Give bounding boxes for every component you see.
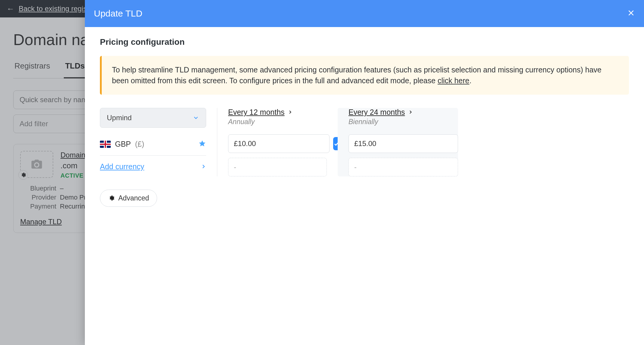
currency-row[interactable]: GBP(£) — [100, 139, 206, 156]
chevron-down-icon — [193, 114, 199, 121]
gear-icon — [108, 195, 115, 201]
pricing-grid: Upmind GBP(£) Add currency — [100, 108, 629, 176]
chevron-right-icon — [201, 164, 206, 169]
currency-symbol: (£) — [135, 140, 144, 148]
period-24m-title-text: Every 24 months — [348, 108, 405, 117]
flag-uk-icon — [100, 141, 111, 148]
pricing-left-column: Upmind GBP(£) Add currency — [100, 108, 217, 176]
close-button[interactable] — [627, 9, 635, 18]
advanced-button[interactable]: Advanced — [100, 190, 157, 207]
chevron-right-icon — [408, 110, 413, 114]
close-icon — [627, 9, 635, 17]
price-input-12m[interactable] — [228, 134, 330, 153]
drawer-title: Update TLD — [94, 8, 142, 19]
price-12m-secondary[interactable]: - — [228, 158, 327, 176]
add-currency-label: Add currency — [100, 162, 144, 171]
section-title: Pricing configuration — [100, 37, 629, 47]
period-24m-sub: Biennially — [348, 118, 458, 126]
chevron-right-icon — [288, 110, 293, 114]
update-tld-drawer: Update TLD Pricing configuration To help… — [85, 0, 644, 345]
period-12m-sub: Annually — [228, 118, 327, 126]
price-24m-secondary[interactable]: - — [348, 158, 458, 176]
drawer-header: Update TLD — [85, 0, 644, 27]
period-12m-title-text: Every 12 months — [228, 108, 285, 117]
info-notice: To help streamline TLD management, some … — [100, 56, 629, 95]
currency-code: GBP — [115, 140, 131, 148]
notice-period: . — [469, 76, 472, 85]
provider-selected-label: Upmind — [107, 114, 132, 122]
notice-link[interactable]: click here — [438, 76, 469, 85]
notice-text: To help streamline TLD management, some … — [112, 66, 602, 85]
star-icon — [198, 140, 206, 148]
add-currency-button[interactable]: Add currency — [100, 162, 206, 171]
period-column-12m: Every 12 months Annually - — [217, 108, 338, 176]
period-12m-title[interactable]: Every 12 months — [228, 108, 293, 117]
period-24m-title[interactable]: Every 24 months — [348, 108, 413, 117]
provider-select[interactable]: Upmind — [100, 108, 206, 128]
default-currency-star[interactable] — [198, 140, 206, 149]
advanced-label: Advanced — [118, 194, 149, 202]
price-input-24m[interactable] — [348, 134, 458, 153]
period-column-24m: Every 24 months Biennially - — [338, 108, 458, 176]
